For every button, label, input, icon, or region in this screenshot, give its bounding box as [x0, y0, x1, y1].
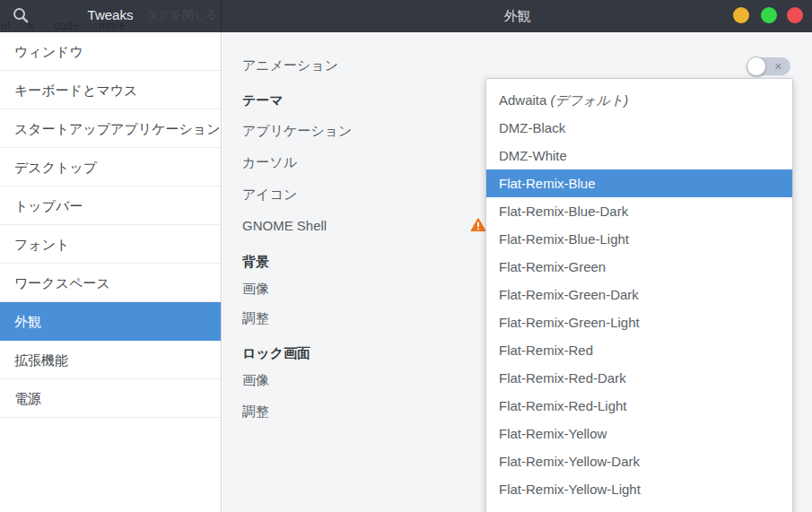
toggle-knob [747, 56, 766, 76]
sidebar-item-desktop[interactable]: デスクトップ [0, 148, 221, 187]
sidebar-item-startup-applications[interactable]: スタートアップアプリケーション [0, 109, 221, 148]
header-left-section: ol li code more タグを閉じる Tweaks [0, 0, 222, 32]
animations-toggle[interactable]: ✕ [747, 57, 790, 75]
theme-option-flat-remix-yellow-dark[interactable]: Flat-Remix-Yellow-Dark [486, 447, 792, 475]
theme-option-flat-remix-green[interactable]: Flat-Remix-Green [486, 253, 792, 281]
theme-option-dmz-white[interactable]: DMZ-White [486, 142, 792, 169]
animations-label: アニメーション [242, 56, 338, 74]
theme-option-flat-remix-red-dark[interactable]: Flat-Remix-Red-Dark [486, 364, 792, 392]
lock-screen-section-title: ロック画面 [242, 344, 310, 362]
warning-icon [470, 218, 486, 236]
lock-screen-adjustment-label: 調整 [242, 403, 269, 421]
icons-theme-label: アイコン [242, 186, 297, 204]
theme-option-flat-remix-red-light[interactable]: Flat-Remix-Red-Light [486, 392, 792, 420]
theme-option-highcontrast[interactable]: HighContrast [486, 503, 792, 512]
applications-theme-label: アプリケーション [242, 122, 352, 140]
cursor-theme-label: カーソル [242, 153, 297, 171]
toggle-off-icon: ✕ [774, 57, 782, 75]
gnome-shell-theme-label: GNOME Shell [242, 217, 327, 235]
theme-option-flat-remix-yellow-light[interactable]: Flat-Remix-Yellow-Light [486, 475, 792, 503]
sidebar-item-power[interactable]: 電源 [0, 379, 221, 418]
background-section-title: 背景 [242, 253, 269, 271]
theme-dropdown-list: Adwaita (デフォルト) DMZ-Black DMZ-White Flat… [485, 78, 793, 512]
minimize-button[interactable] [733, 7, 749, 23]
theme-section-title: テーマ [242, 91, 284, 109]
sidebar-item-appearance[interactable]: 外観 [0, 302, 221, 341]
theme-option-default-suffix: (デフォルト) [551, 92, 629, 108]
lock-screen-image-label: 画像 [242, 371, 269, 389]
theme-option-flat-remix-blue[interactable]: Flat-Remix-Blue [486, 169, 792, 197]
theme-option-flat-remix-yellow[interactable]: Flat-Remix-Yellow [486, 420, 792, 447]
sidebar-item-keyboard-mouse[interactable]: キーボードとマウス [0, 71, 221, 109]
sidebar-item-extensions[interactable]: 拡張機能 [0, 341, 221, 379]
theme-option-dmz-black[interactable]: DMZ-Black [486, 114, 792, 142]
maximize-button[interactable] [761, 7, 777, 23]
theme-option-flat-remix-blue-dark[interactable]: Flat-Remix-Blue-Dark [486, 197, 792, 225]
close-button[interactable] [787, 7, 803, 23]
page-title: 外観 [223, 0, 812, 31]
sidebar-item-windows[interactable]: ウィンドウ [0, 32, 221, 71]
sidebar: ウィンドウ キーボードとマウス スタートアップアプリケーション デスクトップ ト… [0, 32, 222, 512]
theme-option-adwaita[interactable]: Adwaita (デフォルト) [486, 86, 792, 114]
theme-option-flat-remix-red[interactable]: Flat-Remix-Red [486, 336, 792, 364]
header-bar: ol li code more タグを閉じる Tweaks 外観 [0, 0, 812, 32]
sidebar-item-fonts[interactable]: フォント [0, 225, 221, 264]
background-image-label: 画像 [242, 280, 269, 298]
theme-option-flat-remix-blue-light[interactable]: Flat-Remix-Blue-Light [486, 225, 792, 253]
sidebar-item-top-bar[interactable]: トップバー [0, 187, 221, 225]
theme-option-flat-remix-green-light[interactable]: Flat-Remix-Green-Light [486, 308, 792, 336]
background-adjustment-label: 調整 [242, 309, 269, 327]
sidebar-item-workspaces[interactable]: ワークスペース [0, 264, 221, 302]
app-title: Tweaks [0, 0, 221, 30]
theme-option-flat-remix-green-dark[interactable]: Flat-Remix-Green-Dark [486, 281, 792, 308]
theme-option-label: Adwaita [499, 92, 551, 108]
